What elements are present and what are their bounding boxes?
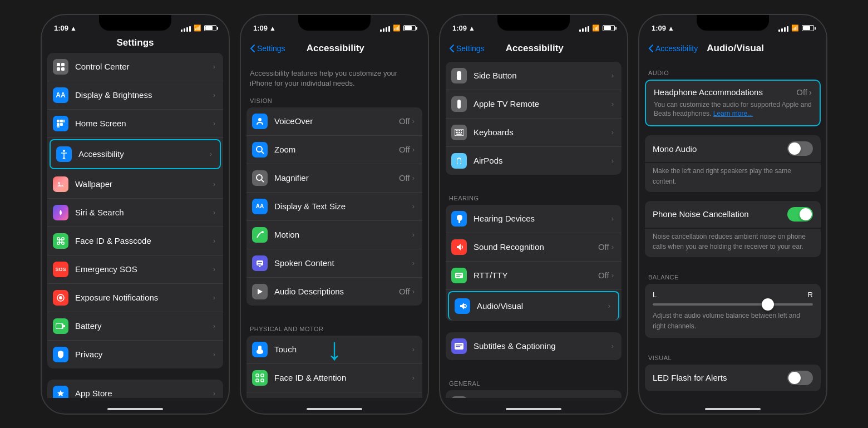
battery-chevron: › <box>213 322 215 330</box>
spoken-item[interactable]: Spoken Content › <box>246 249 422 278</box>
audio-visual-item[interactable]: Audio/Visual › <box>448 291 619 320</box>
svg-rect-64 <box>456 134 462 135</box>
headphone-label: Headphone Accommodations <box>654 87 763 97</box>
learn-more-link[interactable]: Learn more... <box>713 110 753 117</box>
rtt-tty-item[interactable]: RTT/TTY Off › <box>446 262 622 290</box>
back-button-3[interactable]: Settings <box>449 44 485 53</box>
magnifier-value: Off <box>399 173 410 183</box>
appletv-label3: Apple TV Remote <box>474 99 611 109</box>
svg-rect-36 <box>258 262 262 263</box>
settings-item-control-center[interactable]: Control Center › <box>47 53 223 81</box>
mono-audio-row[interactable]: Mono Audio <box>645 135 821 162</box>
noise-cancellation-row[interactable]: Phone Noise Cancellation <box>645 201 821 228</box>
settings-item-battery[interactable]: Battery › <box>47 312 223 341</box>
settings-item-accessibility[interactable]: Accessibility › <box>50 139 221 169</box>
settings-item-sos[interactable]: SOS Emergency SOS › <box>47 255 223 284</box>
audio-desc-item[interactable]: Audio Descriptions Off › <box>246 278 422 306</box>
subtitles-item[interactable]: Subtitles & Captioning › <box>446 332 622 360</box>
settings-item-appstore[interactable]: App Store › <box>47 380 223 398</box>
audio-visual-icon <box>455 298 470 314</box>
svg-rect-3 <box>61 67 65 71</box>
svg-rect-53 <box>457 71 461 80</box>
keyboards-item[interactable]: Keyboards › <box>446 119 622 147</box>
side-button-item3[interactable]: Side Button › <box>446 62 622 90</box>
airpods-item[interactable]: AirPods › <box>446 147 622 175</box>
phone-2: 1:09 ▲ 📶 <box>240 14 429 415</box>
home-indicator-1 <box>42 398 229 414</box>
rtt-tty-icon <box>451 268 467 283</box>
hearing-group: Hearing Devices › Sound Recognition Off … <box>446 205 622 321</box>
home-chevron: › <box>213 119 215 127</box>
led-flash-row[interactable]: LED Flash for Alerts <box>645 365 821 391</box>
back-label-3: Settings <box>456 44 485 53</box>
headphone-accommodations-item[interactable]: Headphone Accommodations Off › You can c… <box>645 80 821 127</box>
svg-rect-62 <box>459 132 460 133</box>
battery-icon-1 <box>204 25 216 31</box>
siri-icon <box>53 205 68 220</box>
sound-recognition-icon <box>451 239 467 255</box>
noise-cancellation-toggle[interactable] <box>787 207 813 222</box>
subtitles-icon <box>451 338 467 354</box>
phone1-title: Settings <box>116 37 154 48</box>
spoken-icon <box>252 255 268 271</box>
magnifier-icon <box>252 170 268 186</box>
switch-control-item[interactable]: Switch Control Off › <box>246 392 422 398</box>
mono-audio-toggle[interactable] <box>787 141 813 156</box>
faceid-attention-label: Face ID & Attention <box>274 373 412 382</box>
battery-icon-2 <box>403 25 416 31</box>
guided-access-item[interactable]: Guided Access On › <box>446 390 622 398</box>
balance-slider-track[interactable] <box>653 303 813 306</box>
svg-rect-65 <box>455 273 463 278</box>
balance-slider-thumb[interactable] <box>762 298 774 311</box>
svg-marker-38 <box>258 289 263 294</box>
airpods-icon <box>451 153 467 169</box>
wifi-icon-3: 📶 <box>592 24 600 32</box>
settings-item-wallpaper[interactable]: Wallpaper › <box>47 170 223 199</box>
motion-item[interactable]: Motion › <box>246 221 422 249</box>
display-text-item[interactable]: AA Display & Text Size › <box>246 193 422 221</box>
voiceover-item[interactable]: VoiceOver Off › <box>246 107 422 136</box>
keyboards-label: Keyboards <box>474 127 611 137</box>
phone4-title: Audio/Visual <box>698 43 773 54</box>
svg-rect-54 <box>457 100 461 109</box>
battery-icon-3 <box>603 25 615 31</box>
svg-rect-4 <box>57 120 60 122</box>
svg-rect-66 <box>456 274 462 276</box>
section-general-label: GENERAL <box>440 371 627 390</box>
settings-item-faceid[interactable]: Face ID & Passcode › <box>47 227 223 255</box>
accessibility-description: Accessibility features help you customiz… <box>241 62 428 88</box>
svg-rect-8 <box>60 123 63 126</box>
notch-3 <box>497 15 570 31</box>
status-icons-1: 📶 <box>181 24 216 32</box>
svg-point-32 <box>257 175 262 180</box>
appletv-item3[interactable]: Apple TV Remote › <box>446 90 622 119</box>
led-flash-toggle[interactable] <box>787 371 813 385</box>
back-button-2[interactable]: Settings <box>250 44 285 53</box>
phone-4: 1:09 ▲ 📶 <box>638 14 827 415</box>
svg-rect-61 <box>457 132 458 133</box>
settings-group-2: App Store › Wallet & Apple Pay › <box>47 380 223 398</box>
svg-rect-72 <box>456 346 460 347</box>
faceid-attention-item[interactable]: Face ID & Attention › <box>246 364 422 392</box>
audio-visual-label: Audio/Visual <box>477 301 608 311</box>
magnifier-item[interactable]: Magnifier Off › <box>246 164 422 193</box>
faceid-attention-icon <box>252 370 268 386</box>
svg-rect-2 <box>57 67 60 71</box>
home-icon <box>53 116 68 131</box>
audio-section-label: AUDIO <box>639 62 826 80</box>
back-button-4[interactable]: Accessibility <box>648 44 698 53</box>
settings-item-home[interactable]: Home Screen › <box>47 110 223 138</box>
siri-label: Siri & Search <box>75 208 213 217</box>
zoom-item[interactable]: Zoom Off › <box>246 136 422 164</box>
audio-desc-icon <box>252 284 268 299</box>
sound-recognition-item[interactable]: Sound Recognition Off › <box>446 233 622 262</box>
settings-item-display[interactable]: AA Display & Brightness › <box>47 81 223 110</box>
settings-item-siri[interactable]: Siri & Search › <box>47 199 223 227</box>
notch-2 <box>298 15 371 31</box>
display-text-icon: AA <box>252 199 268 214</box>
phone3-scroll: Side Button › Apple TV Remote › <box>440 62 627 398</box>
settings-item-privacy[interactable]: Privacy › <box>47 341 223 368</box>
display-icon: AA <box>53 87 68 103</box>
hearing-devices-item[interactable]: Hearing Devices › <box>446 205 622 233</box>
settings-item-exposure[interactable]: Exposure Notifications › <box>47 284 223 312</box>
